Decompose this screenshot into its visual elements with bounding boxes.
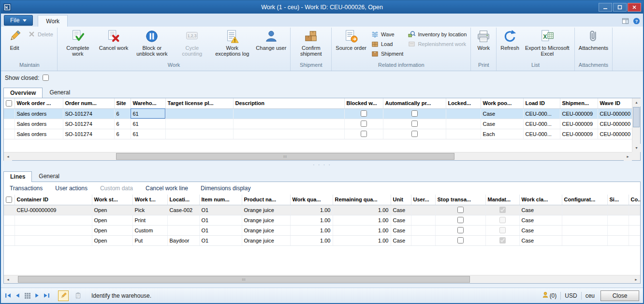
cell-checkbox[interactable] [457, 207, 464, 213]
overview-horizontal-scrollbar[interactable]: ◄ ||| ► [4, 152, 632, 160]
grid-cell[interactable] [607, 225, 629, 235]
cancel-work-line-link[interactable]: Cancel work line [146, 185, 188, 192]
table-row[interactable]: Sales ordersSO-101274661EachCEU-000...CE… [4, 129, 632, 139]
column-header[interactable]: Wareho... [131, 98, 165, 108]
column-header[interactable]: Order num... [63, 98, 114, 108]
table-row[interactable]: CEU-000000009OpenPickCase-002O1Orange ju… [4, 205, 640, 215]
column-header[interactable]: Work t... [132, 195, 167, 205]
table-row[interactable]: Sales ordersSO-101274661CaseCEU-000...CE… [4, 108, 632, 119]
confirm-shipment-button[interactable]: Confirm shipment [292, 28, 330, 57]
shipment-button[interactable]: Shipment [370, 49, 405, 58]
grid-cell[interactable] [233, 119, 344, 129]
tab-general-overview[interactable]: General [43, 87, 77, 98]
tab-lines[interactable]: Lines [3, 171, 32, 182]
grid-cell[interactable] [233, 108, 344, 119]
column-header[interactable]: Target license pl... [165, 98, 233, 108]
column-header[interactable]: Work poo... [481, 98, 523, 108]
cell-checkbox[interactable] [411, 121, 418, 127]
table-row[interactable]: OpenPutBaydoorO1Orange juice1.001.00Case… [4, 235, 640, 245]
grid-cell[interactable]: 1.00 [333, 225, 391, 235]
column-header[interactable]: Stop transa... [435, 195, 485, 205]
table-row[interactable]: Sales ordersSO-101274661CaseCEU-000...CE… [4, 119, 632, 129]
scroll-right-button[interactable]: ► [632, 275, 640, 284]
column-header[interactable]: Work st... [92, 195, 132, 205]
grid-cell[interactable]: Orange juice [242, 235, 290, 245]
grid-cell[interactable]: Baydoor [167, 235, 199, 245]
grid-cell[interactable] [607, 205, 629, 215]
select-all-checkbox[interactable] [6, 197, 12, 203]
column-header[interactable]: Site [114, 98, 131, 108]
grid-cell[interactable]: Case-002 [167, 205, 199, 215]
grid-cell[interactable]: Case [481, 108, 523, 119]
grid-cell[interactable]: SO-101274 [63, 108, 114, 119]
select-all-checkbox[interactable] [6, 100, 12, 106]
grid-cell[interactable] [629, 235, 640, 245]
grid-cell[interactable]: 1.00 [333, 215, 391, 225]
grid-cell[interactable]: Case [391, 205, 411, 215]
column-header[interactable]: Locked... [446, 98, 481, 108]
cell-checkbox[interactable] [361, 131, 367, 137]
inventory-by-location-button[interactable]: Inventory by location [407, 30, 468, 38]
column-header[interactable]: Automatically pr... [383, 98, 446, 108]
scroll-up-button[interactable]: ▲ [632, 98, 641, 106]
refresh-button[interactable]: Refresh [498, 28, 522, 51]
column-header[interactable]: Shipmen... [560, 98, 598, 108]
grid-cell[interactable]: O1 [199, 205, 242, 215]
grid-cell[interactable]: Print [132, 215, 167, 225]
complete-work-button[interactable]: Complete work [59, 28, 97, 57]
grid-cell[interactable] [562, 225, 607, 235]
scroll-left-button[interactable]: ◄ [4, 152, 12, 161]
grid-cell[interactable] [607, 215, 629, 225]
vertical-scroll-thumb[interactable] [633, 107, 640, 127]
grid-cell[interactable] [629, 205, 640, 215]
grid-cell[interactable]: 61 [131, 108, 165, 119]
nav-next-button[interactable] [34, 292, 40, 299]
grid-cell[interactable]: Custom [132, 225, 167, 235]
column-header[interactable]: Item num... [199, 195, 242, 205]
grid-cell[interactable]: CEU-000009 [560, 108, 598, 119]
grid-cell[interactable]: Case [391, 235, 411, 245]
column-header[interactable]: Work cla... [519, 195, 562, 205]
grid-cell[interactable]: CEU-000000 [598, 108, 632, 119]
table-row[interactable]: OpenPrintO1Orange juice1.001.00CaseCase [4, 215, 640, 225]
column-header[interactable]: Unit [391, 195, 411, 205]
show-closed-checkbox[interactable] [43, 75, 49, 81]
grid-cell[interactable]: CEU-000... [523, 119, 560, 129]
column-header[interactable]: Blocked w... [344, 98, 383, 108]
grid-cell[interactable]: 1.00 [333, 235, 391, 245]
grid-cell[interactable] [165, 119, 233, 129]
grid-cell[interactable] [562, 205, 607, 215]
cell-checkbox[interactable] [411, 110, 418, 117]
grid-cell[interactable] [607, 235, 629, 245]
grid-cell[interactable] [165, 129, 233, 139]
grid-cell[interactable]: CEU-000000 [598, 129, 632, 139]
grid-cell[interactable]: 61 [131, 119, 165, 129]
scroll-down-button[interactable]: ▼ [632, 144, 641, 152]
minimize-button[interactable] [599, 3, 612, 12]
currency-indicator[interactable]: USD [565, 292, 577, 299]
grid-cell[interactable]: Sales orders [15, 129, 63, 139]
cell-checkbox[interactable] [457, 237, 464, 243]
grid-cell[interactable]: Pick [132, 205, 167, 215]
grid-cell[interactable]: Put [132, 235, 167, 245]
print-work-button[interactable]: Work [472, 28, 495, 51]
grid-cell[interactable]: CEU-000000 [598, 119, 632, 129]
grid-cell[interactable]: Orange juice [242, 215, 290, 225]
column-header[interactable]: Work order ... [15, 98, 63, 108]
grid-cell[interactable]: 61 [131, 129, 165, 139]
grid-cell[interactable] [411, 205, 435, 215]
grid-cell[interactable] [446, 108, 481, 119]
grid-cell[interactable]: Case [391, 225, 411, 235]
grid-cell[interactable]: Orange juice [242, 205, 290, 215]
dimensions-display-link[interactable]: Dimensions display [201, 185, 250, 192]
vertical-scrollbar[interactable]: ▲ ▼ [632, 98, 640, 152]
section-splitter[interactable]: · · · · [1, 161, 643, 168]
column-header[interactable]: Configurat... [562, 195, 607, 205]
grid-cell[interactable] [165, 108, 233, 119]
grid-cell[interactable]: 6 [114, 108, 131, 119]
tab-work[interactable]: Work [38, 15, 68, 27]
column-header[interactable]: Remaining qua... [333, 195, 391, 205]
column-header[interactable]: Si... [607, 195, 629, 205]
grid-cell[interactable]: 1.00 [290, 215, 333, 225]
clipboard-icon[interactable] [75, 292, 81, 299]
